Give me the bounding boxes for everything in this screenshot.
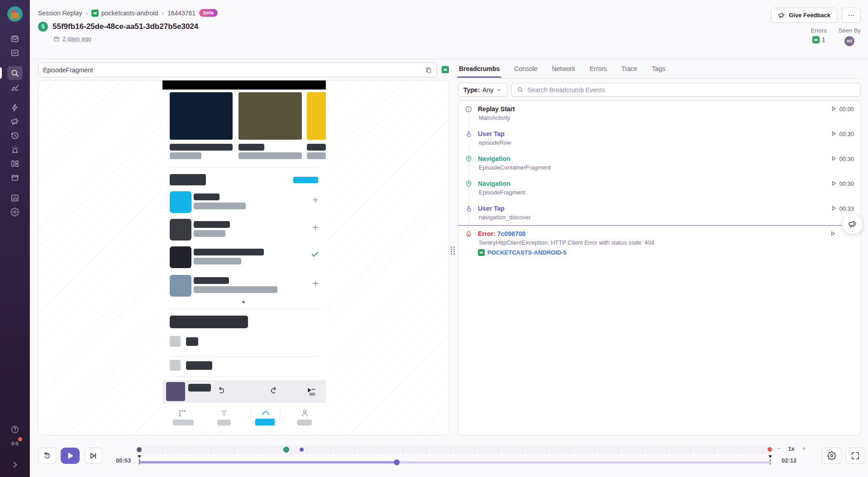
- event-timestamp[interactable]: 00:00: [831, 105, 854, 122]
- event-row-navigation[interactable]: Navigation EpisodeContainerFragment 00:3…: [458, 151, 860, 175]
- type-filter-dropdown[interactable]: Type: Any: [458, 83, 507, 97]
- fullscreen-button[interactable]: [845, 448, 865, 464]
- event-title: Navigation: [478, 155, 825, 163]
- breadcrumbs-panel: Breadcrumbs Console Network Errors Trace…: [458, 59, 861, 435]
- sidebar-item-integrations[interactable]: [7, 156, 23, 170]
- sidebar-item-explore[interactable]: [7, 66, 23, 80]
- wireframe-block: [194, 286, 277, 293]
- timeline-tap-marker[interactable]: [300, 448, 304, 452]
- timeline-zoom-out-button[interactable]: −: [777, 444, 781, 453]
- breadcrumb-search-input[interactable]: [527, 86, 855, 94]
- timeline-range-end-handle[interactable]: [768, 455, 772, 458]
- wireframe-artwork: [170, 92, 233, 140]
- wireframe-block: [188, 384, 211, 392]
- wireframe-block: [194, 258, 241, 264]
- play-button[interactable]: [61, 448, 80, 464]
- sidebar-item-insights[interactable]: [7, 100, 23, 114]
- timeline-error-marker[interactable]: [768, 447, 772, 452]
- more-options-button[interactable]: [842, 8, 861, 23]
- copy-button[interactable]: [425, 66, 432, 74]
- event-row-navigation[interactable]: Navigation EpisodeFragment 00:30: [458, 175, 860, 200]
- avatar[interactable]: RZ: [844, 36, 854, 46]
- timeline-playhead[interactable]: [394, 459, 400, 465]
- event-row-replay-start[interactable]: Replay Start MainActivity 00:00: [458, 101, 860, 126]
- sidebar-item-help[interactable]: [7, 422, 23, 436]
- tab-console[interactable]: Console: [513, 60, 538, 77]
- sidebar-item-whats-new[interactable]: [7, 436, 23, 450]
- sidebar-item-projects[interactable]: [7, 46, 23, 60]
- floating-feedback-button[interactable]: [842, 213, 863, 235]
- wireframe-pill-active: [255, 419, 275, 425]
- playback-speed[interactable]: 1x: [788, 445, 794, 452]
- breadcrumb-replay-id[interactable]: 16443761: [167, 9, 196, 17]
- panel-resize-handle[interactable]: [451, 246, 455, 256]
- event-title: Error: 7c098708: [478, 230, 825, 238]
- event-subtitle: MainActivity: [478, 114, 825, 122]
- breadcrumb-project[interactable]: pocketcasts-android: [91, 9, 158, 17]
- detail-tabs: Breadcrumbs Console Network Errors Trace…: [458, 59, 861, 79]
- event-timestamp[interactable]: 00:30: [831, 179, 854, 196]
- replay-timestamp[interactable]: 2 days ago: [62, 35, 91, 42]
- event-timestamp[interactable]: 00:30: [831, 130, 854, 146]
- tab-trace[interactable]: Trace: [620, 60, 638, 77]
- player-settings-button[interactable]: [822, 448, 842, 464]
- sidebar-item-issues[interactable]: [7, 32, 23, 46]
- timeline-range-start-handle[interactable]: [138, 455, 141, 458]
- code-icon: [10, 48, 19, 57]
- wireframe-divider: [170, 167, 319, 168]
- sidebar-item-alerts[interactable]: [7, 142, 23, 156]
- replay-canvas[interactable]: + + +: [38, 80, 449, 435]
- wireframe-artwork: [166, 382, 185, 401]
- session-replay-page: Session Replay › pocketcasts-android › 1…: [0, 0, 868, 477]
- page-title: 55f9fb16-25de-48ce-aa51-3db27b5e3024: [52, 22, 198, 31]
- event-timestamp[interactable]: [830, 230, 836, 256]
- sidebar-item-archive[interactable]: [7, 170, 23, 184]
- skip-to-end-button[interactable]: [84, 448, 102, 464]
- event-timestamp[interactable]: 00:30: [831, 155, 854, 171]
- type-filter-label: Type:: [463, 86, 480, 94]
- wireframe-divider: [170, 309, 319, 309]
- history-clock-icon: [10, 131, 19, 140]
- tab-network[interactable]: Network: [551, 60, 576, 77]
- breadcrumb-session-replay[interactable]: Session Replay: [38, 9, 82, 17]
- wireframe-block: [194, 221, 230, 228]
- timeline-zoom-in-button[interactable]: +: [802, 444, 806, 453]
- error-id-link[interactable]: 7c098708: [497, 230, 525, 237]
- errors-meta: Errors 1: [811, 27, 826, 46]
- tab-tags[interactable]: Tags: [651, 60, 666, 77]
- sidebar-collapse-toggle[interactable]: [7, 458, 23, 472]
- beta-badge: beta: [199, 9, 218, 17]
- wireframe-thumb: [170, 219, 191, 241]
- timeline-navigation-marker[interactable]: [283, 447, 289, 453]
- calendar-icon: [53, 36, 60, 42]
- rewind-10s-button[interactable]: 10: [38, 448, 56, 464]
- tab-breadcrumbs[interactable]: Breadcrumbs: [458, 60, 501, 77]
- help-icon: [10, 425, 19, 434]
- timeline-event-track[interactable]: [139, 445, 772, 454]
- org-avatar[interactable]: [7, 6, 23, 22]
- event-row-user-tap[interactable]: User Tap navigation_discover 00:33: [458, 200, 860, 225]
- event-row-error[interactable]: Error: 7c098708 SentryHttpClientExceptio…: [458, 225, 860, 260]
- issues-icon: [10, 34, 19, 43]
- search-icon: [517, 86, 524, 93]
- line-chart-icon: [10, 83, 19, 92]
- android-platform-icon: [812, 36, 820, 43]
- redo-icon: [268, 386, 279, 397]
- replay-search-input[interactable]: [43, 66, 425, 74]
- plus-icon: +: [312, 278, 319, 289]
- event-row-user-tap[interactable]: User Tap episodeRow 00:30: [458, 126, 860, 151]
- event-subtitle: navigation_discover: [478, 214, 825, 221]
- wireframe-block: [186, 361, 212, 370]
- sidebar-item-stats[interactable]: [7, 191, 23, 205]
- give-feedback-button[interactable]: Give Feedback: [771, 8, 837, 23]
- wireframe-pill: [297, 420, 312, 425]
- timeline-scrubber[interactable]: [139, 461, 772, 463]
- project-issue-link[interactable]: POCKETCASTS-ANDROID-5: [478, 249, 825, 256]
- project-issue-label: POCKETCASTS-ANDROID-5: [487, 249, 567, 256]
- sidebar-item-dashboards[interactable]: [7, 80, 23, 94]
- sidebar-item-replays[interactable]: [7, 128, 23, 142]
- tab-errors[interactable]: Errors: [589, 60, 608, 77]
- sidebar-item-settings[interactable]: [7, 205, 23, 219]
- sidebar-item-feedback[interactable]: [7, 114, 23, 128]
- play-outline-icon: [830, 231, 836, 236]
